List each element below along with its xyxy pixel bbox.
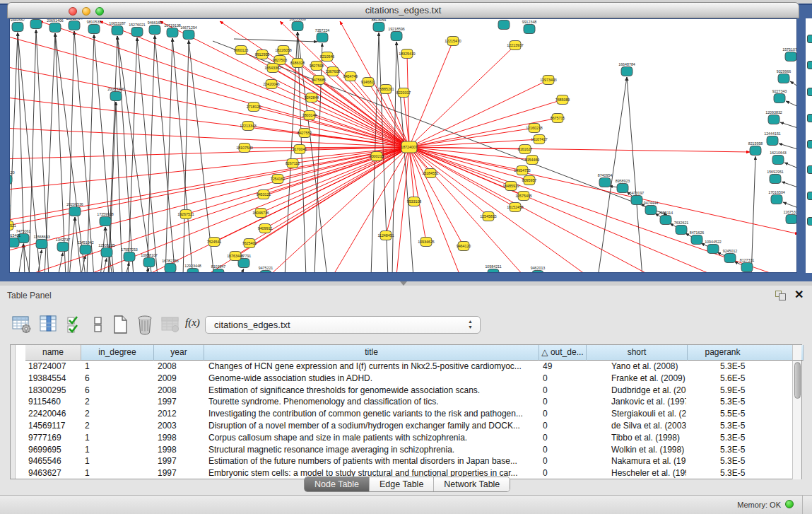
cell-out_degree[interactable]: 0 <box>543 373 585 385</box>
network-node[interactable]: 8127331 <box>740 258 755 272</box>
network-node[interactable]: 9912348 <box>522 20 537 34</box>
cell-out_degree[interactable]: 0 <box>543 420 585 432</box>
cell-title[interactable]: Tourette syndrome. Phenomenology and cla… <box>208 396 538 408</box>
network-node[interactable]: 16485929 <box>502 182 519 191</box>
network-window-titlebar[interactable]: citations_edges.txt <box>7 2 799 18</box>
cell-pagerank[interactable]: 5.6E-5 <box>720 373 802 385</box>
network-node[interactable]: 20691406 <box>47 19 64 33</box>
network-node[interactable]: 11563120 <box>10 170 15 185</box>
network-node[interactable]: 8186328 <box>290 59 305 68</box>
network-node-partial[interactable] <box>807 114 812 122</box>
network-node[interactable]: 12093832 <box>765 110 782 124</box>
cell-title[interactable]: Genome-wide association studies in ADHD. <box>208 373 538 385</box>
cell-name[interactable]: 9463627 <box>28 467 80 479</box>
cell-year[interactable]: 2008 <box>158 385 203 397</box>
cell-short[interactable]: Jankovic et al. (1997) <box>611 396 686 408</box>
network-node-partial[interactable] <box>807 35 812 43</box>
network-node[interactable]: 8131074 <box>497 19 512 30</box>
network-node[interactable]: 11248451 <box>377 231 394 240</box>
cell-name[interactable]: 18300295 <box>28 385 80 397</box>
cell-pagerank[interactable]: 5.3E-5 <box>720 361 802 373</box>
network-node[interactable]: 9660123 <box>234 46 249 55</box>
network-node[interactable]: 7632621 <box>674 221 689 235</box>
cell-pagerank[interactable]: 5.3E-5 <box>720 396 802 408</box>
network-node[interactable]: 15276021 <box>129 23 146 37</box>
network-node-partial[interactable] <box>807 165 812 174</box>
column-header-year[interactable]: year <box>154 345 204 361</box>
cell-pagerank[interactable]: 5.3E-5 <box>720 455 802 467</box>
cell-pagerank[interactable]: 5.5E-5 <box>720 408 802 420</box>
cell-short[interactable]: Tibbo et al. (1998) <box>611 432 686 444</box>
network-node[interactable]: 12973493 <box>540 76 557 85</box>
cell-short[interactable]: Yano et al. (2008) <box>611 361 686 373</box>
cell-year[interactable]: 1997 <box>158 396 203 408</box>
network-node[interactable]: 8454749 <box>343 72 358 81</box>
cell-name[interactable]: 9465546 <box>28 455 80 467</box>
network-node[interactable]: 8220317 <box>396 88 411 98</box>
network-node[interactable]: 12213937 <box>507 41 524 50</box>
show-columns-icon[interactable] <box>38 314 59 335</box>
cell-pagerank[interactable]: 5.9E-5 <box>720 385 802 397</box>
cell-out_degree[interactable]: 0 <box>543 396 585 408</box>
network-node[interactable]: 9474444 <box>644 201 659 215</box>
network-node[interactable]: 9453121 <box>257 190 271 199</box>
network-node[interactable]: 7357224 <box>315 28 330 42</box>
network-node[interactable]: 8267110 <box>286 159 300 168</box>
column-header-pagerank[interactable]: pagerank <box>688 345 804 361</box>
network-node[interactable]: 19267521 <box>177 210 194 219</box>
column-header-name[interactable]: name <box>25 345 81 361</box>
cell-out_degree[interactable]: 0 <box>543 432 585 444</box>
cell-name[interactable]: 22420046 <box>28 408 80 420</box>
network-node[interactable]: 7254162 <box>271 175 286 184</box>
network-node[interactable]: 3915401 <box>10 233 20 247</box>
network-node[interactable]: 22420046 <box>263 80 280 89</box>
network-node[interactable]: 16782753 <box>162 259 179 273</box>
cell-name[interactable]: 9777169 <box>28 432 80 444</box>
network-node[interactable]: 10944522 <box>705 240 722 254</box>
network-node[interactable]: 11451942 <box>77 240 93 255</box>
network-node[interactable]: 9146821 <box>361 78 376 87</box>
tab-network-table[interactable]: Network Table <box>434 477 510 491</box>
cell-year[interactable]: 2008 <box>158 361 203 373</box>
delete-column-icon[interactable] <box>134 314 155 335</box>
cell-title[interactable]: Disruption of a novel member of a sodium… <box>208 420 538 432</box>
network-node[interactable]: 20206536 <box>66 202 83 216</box>
create-column-icon[interactable] <box>110 314 131 335</box>
network-node[interactable]: 9475221 <box>259 266 273 273</box>
network-node[interactable]: 1342737 <box>56 238 71 252</box>
cell-in_degree[interactable]: 6 <box>85 385 153 397</box>
network-node[interactable]: 9533108 <box>407 197 422 206</box>
network-node[interactable]: 9242844 <box>305 93 319 103</box>
network-node[interactable]: 20053346 <box>107 87 124 101</box>
network-node[interactable]: 11675331 <box>783 210 797 224</box>
cell-name[interactable]: 19384554 <box>28 373 80 385</box>
network-node[interactable]: 18211704 <box>66 19 82 30</box>
network-node[interactable]: 9827508 <box>310 62 324 71</box>
network-node[interactable]: 8210546 <box>320 52 335 62</box>
network-node[interactable]: 19270521 <box>10 221 16 230</box>
cell-year[interactable]: 1998 <box>158 432 203 444</box>
tab-node-table[interactable]: Node Table <box>305 477 370 491</box>
cell-out_degree[interactable]: 0 <box>543 408 585 420</box>
cell-title[interactable]: Estimation of the future numbers of pati… <box>208 455 538 467</box>
network-node[interactable]: 12215470 <box>445 37 461 46</box>
network-node[interactable]: 10984211 <box>485 264 501 273</box>
cell-pagerank[interactable]: 5.3E-5 <box>720 467 802 479</box>
cell-name[interactable]: 9699695 <box>28 444 80 456</box>
cell-title[interactable]: Estimation of significance thresholds fo… <box>208 385 538 397</box>
cell-in_degree[interactable]: 2 <box>85 396 153 408</box>
table-selector-dropdown[interactable]: citations_edges.txt ▲▼ <box>205 316 481 334</box>
network-node[interactable]: 15692951 <box>767 170 784 184</box>
network-node[interactable]: 8095957 <box>522 176 537 185</box>
network-node[interactable]: 9810533 <box>87 20 102 34</box>
cell-pagerank[interactable]: 5.3E-5 <box>720 444 802 456</box>
network-node[interactable]: 12545815 <box>480 212 497 221</box>
network-node[interactable]: 17957253 <box>121 247 138 262</box>
network-node[interactable]: 2055170 <box>29 19 44 29</box>
network-node[interactable]: 18325419 <box>399 49 416 59</box>
cell-title[interactable]: Changes of HCN gene expression and I(f) … <box>208 361 538 373</box>
cell-short[interactable]: Hescheler et al. (1997) <box>611 467 686 479</box>
network-node[interactable]: 9464120 <box>457 242 471 251</box>
network-node[interactable]: 2803144 <box>302 111 317 120</box>
cell-in_degree[interactable]: 1 <box>85 444 153 456</box>
